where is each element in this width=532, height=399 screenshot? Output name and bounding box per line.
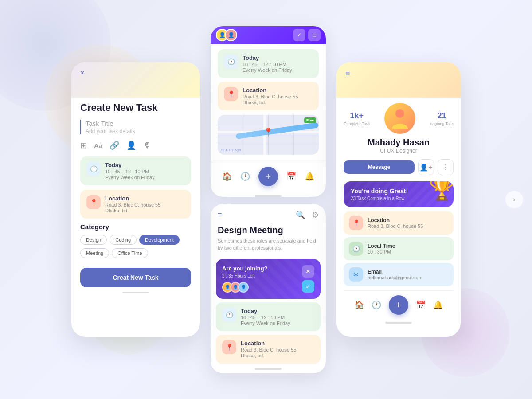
profile-time-item: 🕐 Local Time 10 : 30 PM bbox=[344, 237, 454, 260]
design-meeting-title-section: Design Meeting Sometimes these roles are… bbox=[211, 220, 326, 255]
bottom-nav-2: 🏠 🕐 + 📅 🔔 bbox=[211, 162, 326, 191]
ongoing-task-value: 21 bbox=[430, 111, 454, 121]
message-button[interactable]: Message bbox=[344, 160, 415, 174]
profile-location-value: Road 3, Bloc C, house 55 bbox=[368, 223, 423, 229]
profile-location-item: 📍 Location Road 3, Bloc C, house 55 bbox=[344, 211, 454, 235]
today-card-3: 🕐 Today 10 : 45 – 12 : 10 PM Everry Week… bbox=[216, 302, 321, 331]
card2-bottom-scroll: 🕐 Today 10 : 45 – 12 : 10 PM Everry Week… bbox=[211, 302, 326, 364]
bell-nav-icon[interactable]: 🔔 bbox=[305, 172, 314, 181]
card3-header: ≡ bbox=[336, 62, 461, 98]
profile-plus-nav[interactable]: + bbox=[389, 295, 408, 315]
profile-avatar-wrap bbox=[384, 103, 415, 134]
today-time-2: 10 : 45 – 12 : 10 PM bbox=[243, 62, 292, 67]
clock-nav-icon[interactable]: 🕐 bbox=[240, 172, 250, 181]
home-nav-icon[interactable]: 🏠 bbox=[222, 172, 232, 181]
plus-nav-button[interactable]: + bbox=[258, 167, 278, 186]
avatar-svg bbox=[391, 107, 409, 129]
profile-email-item: ✉ Email hellomahady@gmail.com bbox=[344, 263, 454, 286]
tag-development[interactable]: Development bbox=[139, 235, 180, 245]
clock-icon-3: 🕐 bbox=[222, 308, 236, 322]
profile-email-label: Email bbox=[368, 269, 422, 275]
profile-home-nav[interactable]: 🏠 bbox=[354, 300, 364, 310]
card1-toolbar: ⊞ Aa 🔗 👤 🎙 bbox=[80, 141, 191, 150]
design-meeting-title: Design Meeting bbox=[218, 225, 319, 235]
bottom-bar bbox=[122, 292, 149, 293]
map-sector-label: SECTOR-19 bbox=[221, 148, 241, 152]
category-title: Category bbox=[80, 223, 191, 231]
profile-card: ≡ 1k+ Complete Task 21 ongoing Task bbox=[336, 62, 461, 337]
tag-coding[interactable]: Coding bbox=[110, 235, 137, 245]
clock-icon-2: 🕐 bbox=[224, 55, 238, 69]
grid-icon[interactable]: ⊞ bbox=[80, 141, 87, 150]
achievement-title: You're doing Great! bbox=[351, 188, 427, 195]
complete-task-label: Complete Task bbox=[344, 121, 370, 126]
add-friend-button[interactable]: 👤+ bbox=[418, 159, 434, 175]
create-task-card: × Create New Task Task Title Add your ta… bbox=[71, 62, 200, 337]
task-title-group: Task Title Add your task details bbox=[80, 120, 191, 134]
mic-icon[interactable]: 🎙 bbox=[143, 141, 151, 150]
today-label-3: Today bbox=[241, 308, 290, 314]
location-addr1-2: Road 3, Bloc C, house 55 bbox=[243, 94, 298, 99]
location-label-3: Location bbox=[241, 340, 296, 347]
action-btn-2[interactable]: □ bbox=[308, 29, 321, 41]
map-grid-v3 bbox=[293, 115, 294, 155]
trophy-icon: 🏆 bbox=[429, 181, 454, 200]
create-task-button[interactable]: Creat New Task bbox=[80, 268, 191, 287]
profile-name: Mahady Hasan bbox=[344, 137, 454, 148]
next-arrow-button[interactable]: › bbox=[505, 191, 523, 208]
close-button[interactable]: × bbox=[80, 69, 84, 77]
tag-meeting[interactable]: Meeting bbox=[80, 248, 109, 258]
today-recurrence: Everry Week on Friday bbox=[105, 175, 155, 180]
card1-header bbox=[71, 62, 200, 98]
tag-design[interactable]: Design bbox=[80, 235, 107, 245]
profile-bell-nav[interactable]: 🔔 bbox=[433, 300, 443, 310]
person-icon[interactable]: 👤 bbox=[126, 141, 136, 150]
complete-task-value: 1k+ bbox=[344, 111, 370, 121]
category-section: Category Design Coding Development Meeti… bbox=[80, 223, 191, 258]
card2-top: 👤 👤 ✓ □ 🕐 Today 10 : 45 – 12 : 10 PM Eve… bbox=[211, 26, 326, 197]
profile-actions: Message 👤+ ⋮ bbox=[344, 159, 454, 175]
bottom-bar-3 bbox=[255, 368, 282, 370]
location-label-2: Location bbox=[243, 87, 298, 94]
accept-button[interactable]: ✓ bbox=[302, 280, 314, 293]
today-time-3: 10 : 45 – 12 : 10 PM bbox=[241, 315, 290, 320]
profile-stats: 1k+ Complete Task 21 ongoing Task bbox=[344, 103, 454, 134]
category-tags: Design Coding Development bbox=[80, 235, 191, 245]
profile-email-value: hellomahady@gmail.com bbox=[368, 275, 422, 280]
svg-point-0 bbox=[395, 109, 404, 118]
task-desc-input[interactable]: Add your task details bbox=[86, 128, 191, 134]
location-icon-2: 📍 bbox=[224, 87, 238, 101]
profile-time-value: 10 : 30 PM bbox=[368, 249, 395, 254]
complete-task-stat: 1k+ Complete Task bbox=[344, 111, 370, 126]
middle-cards-wrapper: 👤 👤 ✓ □ 🕐 Today 10 : 45 – 12 : 10 PM Eve… bbox=[211, 26, 326, 373]
decline-button[interactable]: ✕ bbox=[302, 265, 314, 278]
card2-top-body: 🕐 Today 10 : 45 – 12 : 10 PM Everry Week… bbox=[211, 44, 326, 162]
location-address2: Dhaka, bd. bbox=[105, 208, 160, 213]
today-card-2: 🕐 Today 10 : 45 – 12 : 10 PM Everry Week… bbox=[218, 49, 319, 78]
joining-banner: Are you joining? 2 : 35 Hours Left 👤 👤 👤… bbox=[216, 259, 321, 299]
today-time: 10 : 45 – 12 : 10 PM bbox=[105, 169, 155, 174]
profile-calendar-nav[interactable]: 📅 bbox=[416, 300, 426, 310]
profile-time-label: Local Time bbox=[368, 243, 395, 249]
calendar-nav-icon[interactable]: 📅 bbox=[286, 172, 296, 181]
more-options-button[interactable]: ⋮ bbox=[438, 159, 454, 175]
search-icon[interactable]: 🔍 bbox=[296, 210, 305, 220]
map-background: 📍 Free SECTOR-19 bbox=[218, 115, 319, 155]
joining-action-buttons: ✕ ✓ bbox=[302, 265, 314, 293]
clock-icon: 🕐 bbox=[86, 162, 101, 176]
profile-location-label: Location bbox=[368, 217, 423, 223]
menu-lines-icon[interactable]: ≡ bbox=[218, 211, 222, 219]
link-icon[interactable]: 🔗 bbox=[110, 141, 119, 150]
add-person-icon: 👤+ bbox=[419, 163, 432, 172]
profile-role: UI UX Designer bbox=[344, 148, 454, 154]
profile-clock-nav[interactable]: 🕐 bbox=[372, 300, 381, 310]
tag-office-time[interactable]: Office Time bbox=[112, 248, 148, 258]
card3-body: 1k+ Complete Task 21 ongoing Task Mahady… bbox=[336, 98, 461, 337]
text-icon[interactable]: Aa bbox=[94, 142, 102, 149]
hamburger-menu-icon[interactable]: ≡ bbox=[345, 69, 452, 78]
location-addr2-3: Dhaka, bd. bbox=[241, 353, 296, 358]
task-title-input[interactable]: Task Title bbox=[86, 120, 191, 127]
design-meeting-header: ≡ 🔍 ⚙ bbox=[211, 204, 326, 220]
filter-icon[interactable]: ⚙ bbox=[312, 210, 319, 220]
action-btn-1[interactable]: ✓ bbox=[293, 29, 305, 41]
